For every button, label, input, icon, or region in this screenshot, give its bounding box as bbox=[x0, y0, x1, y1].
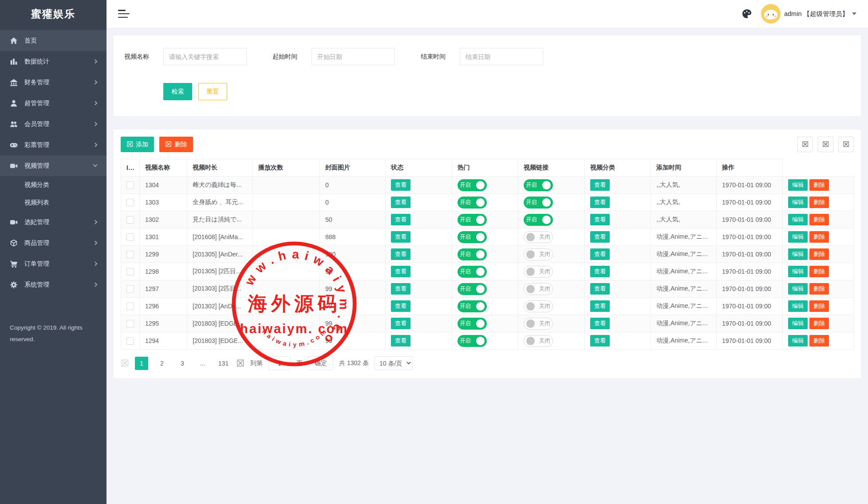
sort-icon[interactable] bbox=[136, 165, 140, 171]
confirm-button[interactable]: 确定 bbox=[308, 356, 333, 370]
sidebar-item[interactable]: 数据统计 bbox=[0, 51, 107, 72]
reset-button[interactable]: 重置 bbox=[198, 83, 227, 100]
view-cover-button[interactable]: 查看 bbox=[391, 248, 410, 260]
sidebar-item[interactable]: 商品管理 bbox=[0, 232, 107, 253]
sidebar-item[interactable]: 视频管理 bbox=[0, 155, 107, 176]
avatar[interactable] bbox=[761, 4, 781, 24]
view-cover-button[interactable]: 查看 bbox=[391, 179, 410, 191]
sidebar-item[interactable]: 视频列表 bbox=[0, 194, 107, 212]
hot-toggle[interactable]: 关闭 bbox=[524, 248, 553, 260]
hot-toggle[interactable]: 关闭 bbox=[524, 335, 553, 347]
edit-button[interactable]: 编辑 bbox=[788, 283, 808, 295]
filter-input[interactable] bbox=[312, 48, 395, 65]
edit-button[interactable]: 编辑 bbox=[788, 248, 808, 260]
user-menu[interactable]: admin 【超级管理员】 bbox=[761, 4, 856, 24]
column-header[interactable]: 封面图片 bbox=[320, 159, 386, 177]
row-checkbox[interactable] bbox=[126, 303, 134, 310]
row-delete-button[interactable]: 删除 bbox=[809, 214, 829, 225]
hot-toggle[interactable]: 开启 bbox=[524, 197, 553, 209]
filter-input[interactable] bbox=[460, 48, 543, 65]
page-number[interactable]: ... bbox=[196, 357, 209, 370]
status-toggle[interactable]: 开启 bbox=[458, 214, 487, 226]
column-header[interactable]: 操作 bbox=[717, 159, 783, 177]
next-page-icon[interactable]: ☒ bbox=[236, 358, 245, 368]
column-header[interactable]: 热门 bbox=[452, 159, 518, 177]
hot-toggle[interactable]: 关闭 bbox=[524, 283, 553, 295]
view-link-button[interactable]: 查看 bbox=[590, 266, 610, 277]
row-checkbox[interactable] bbox=[126, 285, 134, 293]
status-toggle[interactable]: 开启 bbox=[458, 335, 487, 347]
page-size-select[interactable]: 10 条/页 bbox=[375, 356, 413, 370]
view-link-button[interactable]: 查看 bbox=[590, 318, 610, 329]
row-checkbox[interactable] bbox=[126, 233, 134, 241]
view-link-button[interactable]: 查看 bbox=[590, 231, 610, 243]
page-number[interactable]: 2 bbox=[155, 357, 169, 370]
status-toggle[interactable]: 开启 bbox=[458, 283, 487, 295]
view-cover-button[interactable]: 查看 bbox=[391, 300, 410, 312]
table-tool-filter-button[interactable]: ☒ bbox=[797, 137, 813, 152]
view-link-button[interactable]: 查看 bbox=[590, 300, 610, 312]
delete-button[interactable]: ☒ 删除 bbox=[159, 137, 193, 152]
row-checkbox[interactable] bbox=[126, 337, 134, 345]
view-cover-button[interactable]: 查看 bbox=[391, 266, 410, 277]
edit-button[interactable]: 编辑 bbox=[788, 300, 808, 312]
sidebar-item[interactable]: 系统管理 bbox=[0, 274, 107, 295]
sidebar-item[interactable]: 超管管理 bbox=[0, 93, 107, 114]
prev-page-icon[interactable]: ☒ bbox=[121, 358, 129, 368]
hot-toggle[interactable]: 关闭 bbox=[524, 231, 553, 243]
view-cover-button[interactable]: 查看 bbox=[391, 335, 410, 346]
column-header[interactable]: 添加时间 bbox=[651, 159, 717, 177]
sidebar-item[interactable]: 首页 bbox=[0, 30, 107, 51]
hot-toggle[interactable]: 关闭 bbox=[524, 318, 553, 330]
row-delete-button[interactable]: 删除 bbox=[809, 266, 829, 277]
column-header[interactable]: 状态 bbox=[386, 159, 452, 177]
sidebar-item[interactable]: 会员管理 bbox=[0, 114, 107, 134]
edit-button[interactable]: 编辑 bbox=[788, 214, 808, 225]
page-number[interactable]: 131 bbox=[217, 357, 230, 370]
row-delete-button[interactable]: 删除 bbox=[809, 248, 829, 260]
hot-toggle[interactable]: 关闭 bbox=[524, 300, 553, 312]
sidebar-item[interactable]: 视频分类 bbox=[0, 176, 107, 194]
add-button[interactable]: ☒ 添加 bbox=[121, 137, 154, 152]
status-toggle[interactable]: 开启 bbox=[458, 300, 487, 312]
column-header[interactable]: 视频名称 bbox=[140, 159, 187, 177]
status-toggle[interactable]: 开启 bbox=[458, 231, 487, 243]
page-number[interactable]: 3 bbox=[176, 357, 189, 370]
edit-button[interactable]: 编辑 bbox=[788, 266, 808, 277]
menu-toggle-icon[interactable] bbox=[118, 10, 130, 18]
column-header[interactable]: 视频时长 bbox=[187, 159, 253, 177]
row-delete-button[interactable]: 删除 bbox=[809, 231, 829, 243]
column-header[interactable]: 视频分类 bbox=[585, 159, 651, 177]
search-button[interactable]: 检索 bbox=[163, 83, 192, 100]
row-delete-button[interactable]: 删除 bbox=[809, 300, 829, 312]
view-cover-button[interactable]: 查看 bbox=[391, 231, 410, 243]
status-toggle[interactable]: 开启 bbox=[458, 197, 487, 209]
row-delete-button[interactable]: 删除 bbox=[809, 179, 829, 191]
hot-toggle[interactable]: 开启 bbox=[524, 179, 553, 191]
row-delete-button[interactable]: 删除 bbox=[809, 197, 829, 208]
column-header[interactable]: 播放次数 bbox=[253, 159, 320, 177]
column-header[interactable]: ID bbox=[121, 159, 140, 177]
row-delete-button[interactable]: 删除 bbox=[809, 318, 829, 329]
view-link-button[interactable]: 查看 bbox=[590, 214, 610, 225]
view-link-button[interactable]: 查看 bbox=[590, 248, 610, 260]
jump-page-input[interactable] bbox=[268, 356, 291, 370]
row-checkbox[interactable] bbox=[126, 268, 134, 276]
row-checkbox[interactable] bbox=[126, 320, 134, 327]
edit-button[interactable]: 编辑 bbox=[788, 318, 808, 329]
row-delete-button[interactable]: 删除 bbox=[809, 283, 829, 295]
sidebar-item[interactable]: 彩票管理 bbox=[0, 134, 107, 155]
sidebar-item[interactable]: 选妃管理 bbox=[0, 212, 107, 232]
view-link-button[interactable]: 查看 bbox=[590, 335, 610, 346]
row-checkbox[interactable] bbox=[126, 199, 134, 206]
status-toggle[interactable]: 开启 bbox=[458, 179, 487, 191]
view-link-button[interactable]: 查看 bbox=[590, 179, 610, 191]
view-cover-button[interactable]: 查看 bbox=[391, 197, 410, 208]
view-link-button[interactable]: 查看 bbox=[590, 283, 610, 295]
theme-palette-icon[interactable] bbox=[742, 8, 752, 19]
hot-toggle[interactable]: 开启 bbox=[524, 214, 553, 226]
edit-button[interactable]: 编辑 bbox=[788, 179, 808, 191]
hot-toggle[interactable]: 关闭 bbox=[524, 266, 553, 278]
edit-button[interactable]: 编辑 bbox=[788, 197, 808, 208]
sidebar-item[interactable]: 订单管理 bbox=[0, 253, 107, 274]
